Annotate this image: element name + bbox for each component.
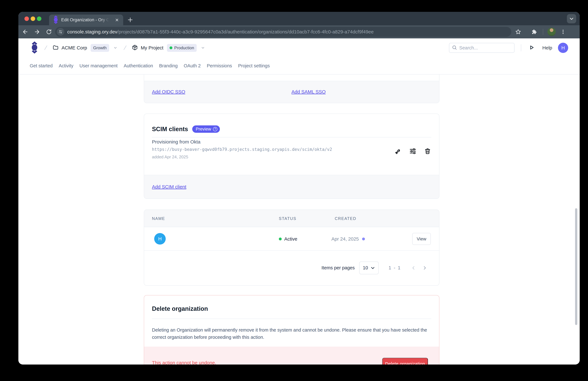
page-content: Add OIDC SSO Add SAML SSO SCIM clients P… xyxy=(18,74,580,364)
site-info-icon[interactable] xyxy=(57,28,64,36)
pagination: Items per pages 10 1 - 1 xyxy=(144,250,439,285)
preview-badge-label: Preview xyxy=(196,127,211,132)
reload-button[interactable] xyxy=(45,28,53,36)
scim-clients-card: SCIM clients Preview ? Provisioning from… xyxy=(144,113,440,199)
nav-get-started[interactable]: Get started xyxy=(30,63,53,68)
delete-organization-title: Delete organization xyxy=(152,305,208,312)
items-per-page-select[interactable]: 10 xyxy=(359,262,379,274)
url-text: console.staging.ory.dev/projects/d087b7a… xyxy=(67,29,374,35)
delete-organization-card: Delete organization Deleting an Organiza… xyxy=(144,295,440,364)
nav-activity[interactable]: Activity xyxy=(59,63,73,68)
next-page-icon[interactable] xyxy=(421,265,428,271)
previous-page-icon[interactable] xyxy=(410,265,417,271)
user-avatar[interactable]: H xyxy=(558,43,568,53)
preview-badge[interactable]: Preview ? xyxy=(192,125,220,133)
page-range-label: 1 - 1 xyxy=(389,265,401,270)
help-circle-icon: ? xyxy=(213,127,217,131)
delete-organization-description: Deleting an Organization will permanentl… xyxy=(152,326,430,341)
url-host: console.staging.ory.dev xyxy=(67,29,117,34)
address-bar[interactable]: console.staging.ory.dev/projects/d087b7a… xyxy=(55,27,511,37)
danger-footer: This action cannot be undone. Delete org… xyxy=(144,347,439,364)
nav-branding[interactable]: Branding xyxy=(159,63,178,68)
sso-card-footer: Add OIDC SSO Add SAML SSO xyxy=(144,81,439,103)
test-connection-plug-icon[interactable] xyxy=(395,147,402,155)
bookmark-star-icon[interactable] xyxy=(514,28,522,36)
window-zoom-button[interactable] xyxy=(37,17,42,21)
environment-status-dot xyxy=(169,46,172,49)
tab-search-button[interactable] xyxy=(567,14,576,23)
project-box-icon xyxy=(132,45,138,51)
scim-card-footer: Add SCIM client xyxy=(144,175,439,199)
browser-toolbar: console.staging.ory.dev/projects/d087b7a… xyxy=(18,25,580,38)
danger-warning-text: This action cannot be undone. xyxy=(152,360,216,364)
divider xyxy=(152,319,431,319)
console-header: / ACME Corp Growth / My Project Producti… xyxy=(18,38,580,57)
search-input[interactable] xyxy=(459,45,507,50)
divider xyxy=(152,137,431,137)
nav-project-settings[interactable]: Project settings xyxy=(238,63,270,68)
project-nav: Get started Activity User management Aut… xyxy=(18,57,580,74)
window-minimize-button[interactable] xyxy=(31,17,35,21)
view-button[interactable]: View xyxy=(412,233,431,245)
column-header-created: CREATED xyxy=(335,210,356,227)
tab-title: Edit Organization - Ory Conso xyxy=(61,18,109,22)
add-scim-client-link[interactable]: Add SCIM client xyxy=(152,184,186,190)
table-row: H Active Apr 24, 2025 View xyxy=(144,227,439,251)
column-header-status: STATUS xyxy=(279,210,296,227)
scim-client-actions xyxy=(395,147,431,155)
table-header: NAME STATUS CREATED xyxy=(144,210,439,227)
tab-strip: Edit Organization - Ory Conso xyxy=(18,12,580,25)
delete-organization-button[interactable]: Delete organization xyxy=(382,358,428,364)
delete-trash-icon[interactable] xyxy=(424,147,431,155)
help-link[interactable]: Help xyxy=(542,45,552,50)
created-indicator-dot xyxy=(362,238,365,240)
window-controls xyxy=(24,17,42,21)
nav-user-management[interactable]: User management xyxy=(79,63,118,68)
nav-authentication[interactable]: Authentication xyxy=(124,63,153,68)
browser-menu-icon[interactable] xyxy=(559,28,567,36)
nav-oauth2[interactable]: OAuth 2 xyxy=(184,63,201,68)
ory-logo[interactable] xyxy=(31,42,38,54)
scim-client-url: https://busy-beaver-gqwvd0fb79.projects.… xyxy=(152,147,332,152)
tab-close-icon[interactable] xyxy=(114,17,120,23)
configure-sliders-icon[interactable] xyxy=(409,147,417,155)
organization-table-card: NAME STATUS CREATED H Active Apr 24, 202… xyxy=(144,209,440,286)
add-oidc-sso-link[interactable]: Add OIDC SSO xyxy=(152,89,185,94)
extensions-icon[interactable] xyxy=(530,28,538,36)
page-scrollbar[interactable] xyxy=(575,208,577,325)
project-chevron-down-icon[interactable] xyxy=(201,46,205,50)
column-header-name: NAME xyxy=(152,210,165,227)
workspace-chevron-down-icon[interactable] xyxy=(113,46,117,50)
nav-permissions[interactable]: Permissions xyxy=(207,63,232,68)
status-active-dot xyxy=(279,238,282,240)
run-play-icon[interactable] xyxy=(528,45,535,51)
toolbar-divider xyxy=(543,29,543,35)
browser-profile-avatar[interactable] xyxy=(547,28,556,36)
environment-badge-label: Production xyxy=(174,45,194,50)
back-button[interactable] xyxy=(21,28,29,36)
workspace-plan-badge: Growth xyxy=(91,44,109,52)
search-icon xyxy=(452,45,457,51)
sso-card: Add OIDC SSO Add SAML SSO xyxy=(144,74,440,103)
items-per-page-value: 10 xyxy=(363,265,368,270)
browser-tab[interactable]: Edit Organization - Ory Conso xyxy=(49,15,123,25)
sso-card-body xyxy=(144,74,439,81)
chevron-down-icon xyxy=(371,266,375,270)
environment-badge: Production xyxy=(167,44,197,52)
scim-client-added-date: added Apr 24, 2025 xyxy=(152,155,188,159)
add-saml-sso-link[interactable]: Add SAML SSO xyxy=(292,89,326,94)
status-label: Active xyxy=(284,236,297,242)
workspace-name[interactable]: ACME Corp xyxy=(62,45,87,50)
browser-window: Edit Organization - Ory Conso console.st… xyxy=(18,12,580,364)
created-date: Apr 24, 2025 xyxy=(331,236,359,242)
ory-favicon xyxy=(53,16,58,24)
project-name[interactable]: My Project xyxy=(141,45,164,50)
search-box[interactable] xyxy=(449,43,514,53)
created-cell: Apr 24, 2025 xyxy=(331,227,365,251)
workspace-folder-icon xyxy=(53,45,59,51)
row-avatar: H xyxy=(154,233,166,245)
url-path: /projects/d087b7a1-55f3-440c-a3c9-929564… xyxy=(117,29,374,34)
new-tab-button[interactable] xyxy=(126,15,135,24)
forward-button[interactable] xyxy=(33,28,41,36)
window-close-button[interactable] xyxy=(24,17,29,21)
